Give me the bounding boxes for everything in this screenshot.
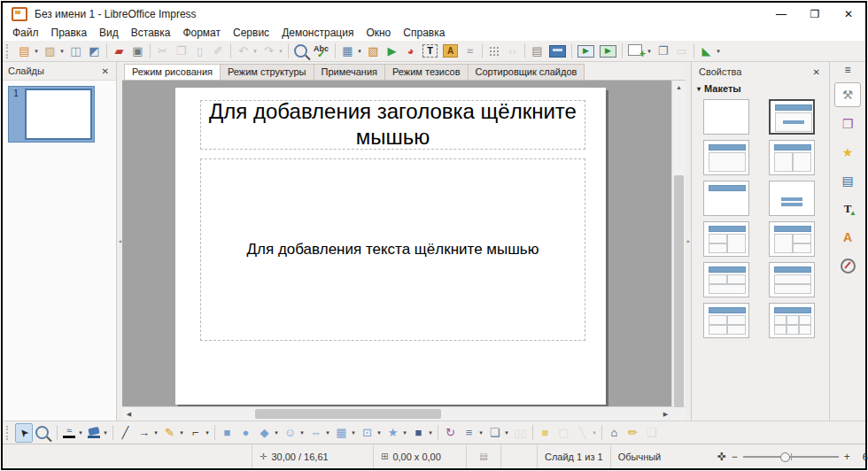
sidebar-menu-icon[interactable]: ≡: [844, 64, 850, 80]
vertical-scrollbar[interactable]: ▲ ▼: [671, 81, 686, 406]
fill-color-button[interactable]: ▾: [85, 424, 110, 442]
3d-objects-button[interactable]: ■▾: [409, 424, 435, 442]
menu-edit[interactable]: Правка: [45, 26, 94, 41]
find-replace-button[interactable]: [291, 42, 313, 60]
toolbar-grip[interactable]: [6, 44, 12, 58]
insert-image-button[interactable]: ▧: [364, 42, 383, 60]
new-presentation-button[interactable]: ▤▾: [15, 42, 41, 60]
title-placeholder[interactable]: Для добавления заголовка щёлкните мышью: [200, 100, 585, 150]
line-ends-arrow-button[interactable]: →▾: [135, 424, 160, 442]
save-as-button[interactable]: ◩: [85, 42, 104, 60]
layouts-section-header[interactable]: ▾ Макеты: [692, 81, 829, 97]
layout-title-subtitle[interactable]: [769, 99, 815, 135]
view-tab-outline[interactable]: Режим структуры: [220, 64, 314, 80]
master-slide-button[interactable]: ▤: [528, 42, 546, 60]
glue-points-edit-button[interactable]: ✏: [624, 424, 642, 442]
vertical-scroll-thumb[interactable]: [674, 175, 684, 407]
points-button[interactable]: ⌂: [605, 424, 624, 442]
print-button[interactable]: ▣: [128, 42, 147, 60]
callouts-button[interactable]: ⊡▾: [358, 424, 384, 442]
arrange-button[interactable]: ❏▾: [485, 424, 511, 442]
layout-four-content[interactable]: [703, 303, 749, 338]
slides-panel-close-icon[interactable]: ✕: [100, 66, 111, 76]
layout-title-two-content[interactable]: [769, 140, 815, 175]
insert-media-button[interactable]: ▶: [383, 42, 401, 60]
connector-button[interactable]: ⌐▾: [186, 424, 212, 442]
layout-two-content-and-content[interactable]: [703, 221, 749, 257]
menu-file[interactable]: Файл: [6, 26, 45, 41]
layout-centered-text[interactable]: [769, 181, 815, 216]
gallery-tab[interactable]: T▲: [835, 197, 860, 220]
duplicate-slide-button[interactable]: ❐: [654, 42, 672, 60]
layout-two-content-over-content[interactable]: [703, 262, 749, 297]
vertical-scroll-track[interactable]: [672, 94, 686, 393]
zoom-button[interactable]: [33, 424, 54, 442]
layout-content-and-two-content[interactable]: [769, 221, 815, 257]
horizontal-scroll-thumb[interactable]: [255, 409, 441, 419]
restore-button[interactable]: ❐: [798, 3, 832, 26]
horizontal-scroll-track[interactable]: [136, 407, 659, 421]
ellipse-button[interactable]: ●: [236, 424, 255, 442]
view-tab-sorter[interactable]: Сортировщик слайдов: [468, 64, 585, 80]
fontwork-button[interactable]: A: [440, 42, 461, 60]
body-placeholder[interactable]: Для добавления текста щёлкните мышью: [200, 158, 585, 341]
insert-hyperlink-button[interactable]: ≈: [461, 42, 479, 60]
align-button[interactable]: ≡▾: [460, 424, 485, 442]
view-tab-handout[interactable]: Режим тезисов: [384, 64, 469, 80]
menu-slideshow[interactable]: Демонстрация: [275, 26, 360, 41]
menu-tools[interactable]: Сервис: [227, 26, 275, 41]
zoom-slider[interactable]: [743, 456, 839, 458]
scroll-up-icon[interactable]: ▲: [672, 81, 686, 94]
slide-thumbnail-1[interactable]: 1: [8, 86, 95, 143]
scroll-left-icon[interactable]: ◀: [122, 407, 136, 421]
layout-blank[interactable]: [703, 99, 749, 135]
export-pdf-button[interactable]: ▰: [110, 42, 128, 60]
toolbar-grip[interactable]: [6, 426, 12, 440]
menu-format[interactable]: Формат: [176, 26, 227, 41]
new-slide-button[interactable]: ▾: [625, 42, 654, 60]
properties-tab[interactable]: ⚒: [834, 82, 861, 107]
line-style-button[interactable]: ≈▾: [60, 424, 85, 442]
insert-table-button[interactable]: ▦▾: [338, 42, 364, 60]
layout-title-content[interactable]: [703, 140, 749, 175]
view-tab-drawing[interactable]: Режим рисования: [124, 64, 221, 80]
basic-shapes-button[interactable]: ◆▾: [255, 424, 281, 442]
slide-layout-button[interactable]: ◣▾: [697, 42, 723, 60]
insert-chart-button[interactable]: ◕: [401, 42, 420, 60]
minimize-button[interactable]: —: [764, 3, 798, 26]
start-from-current-slide-button[interactable]: ▶: [597, 42, 619, 60]
sidebar-close-icon[interactable]: ✕: [811, 67, 822, 77]
shadow-button[interactable]: ■: [536, 424, 554, 442]
slide-canvas[interactable]: Для добавления заголовка щёлкните мышью …: [175, 88, 606, 405]
save-button[interactable]: ◫: [66, 42, 85, 60]
scroll-right-icon[interactable]: ▶: [659, 407, 672, 421]
view-tab-notes[interactable]: Примечания: [314, 64, 386, 80]
select-button[interactable]: ➤: [15, 423, 33, 443]
curve-button[interactable]: ✎▾: [160, 424, 186, 442]
layout-title-only[interactable]: [703, 181, 749, 216]
display-grid-button[interactable]: [485, 42, 503, 60]
close-button[interactable]: ✕: [832, 3, 865, 26]
rotate-button[interactable]: ↻: [441, 424, 460, 442]
zoom-in-button[interactable]: +: [844, 451, 850, 463]
horizontal-scrollbar[interactable]: ◀ ▶: [122, 406, 686, 421]
insert-text-box-button[interactable]: T: [420, 42, 440, 60]
navigator-tab[interactable]: [835, 254, 860, 277]
master-slides-tab[interactable]: ▤: [835, 169, 860, 192]
slide-transition-tab[interactable]: ❒: [835, 112, 860, 135]
symbol-shapes-button[interactable]: ☺▾: [281, 424, 306, 442]
zoom-out-button[interactable]: −: [732, 451, 738, 463]
menu-help[interactable]: Справка: [397, 26, 451, 41]
zoom-slider-thumb[interactable]: [780, 452, 790, 462]
spelling-button[interactable]: Abc✓: [313, 42, 332, 60]
block-arrows-button[interactable]: ⇔▾: [306, 424, 332, 442]
start-from-first-slide-button[interactable]: ▶: [575, 42, 597, 60]
stars-button[interactable]: ★▾: [384, 424, 409, 442]
zoom-percent[interactable]: 65%: [856, 452, 868, 462]
open-file-button[interactable]: ▨▾: [41, 42, 66, 60]
menu-window[interactable]: Окно: [360, 26, 397, 41]
fit-slide-icon[interactable]: ✜: [717, 451, 726, 463]
insert-line-button[interactable]: ╱: [116, 424, 135, 442]
styles-tab[interactable]: A: [835, 226, 860, 249]
display-views-button[interactable]: [546, 42, 569, 60]
